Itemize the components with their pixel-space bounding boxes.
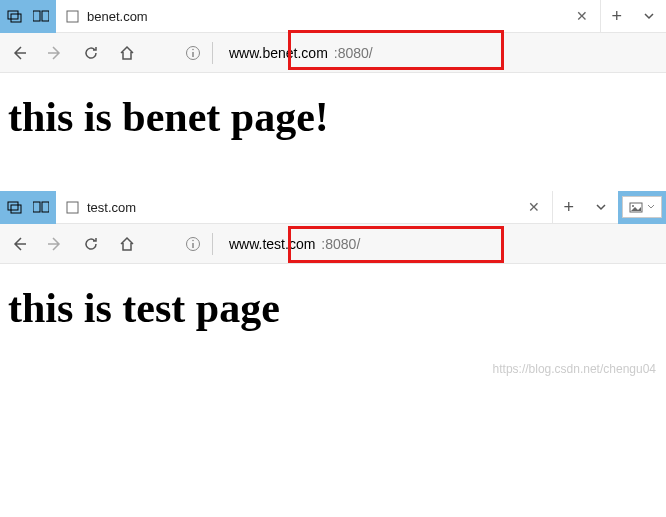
page-heading: this is test page <box>8 284 658 332</box>
navbar: www.benet.com:8080/ <box>0 33 666 73</box>
new-tab-button[interactable]: + <box>600 0 632 33</box>
home-button[interactable] <box>116 42 138 64</box>
tab-menu-button[interactable] <box>632 0 666 33</box>
browser-tab[interactable]: benet.com <box>56 0 158 33</box>
address-bar-container: www.test.com:8080/ <box>152 229 658 259</box>
url-port: :8080/ <box>321 236 360 252</box>
page-content: this is benet page! <box>0 73 666 181</box>
svg-point-17 <box>192 239 194 241</box>
tab-close-button[interactable]: ✕ <box>516 199 552 215</box>
svg-rect-8 <box>8 202 18 210</box>
svg-rect-3 <box>42 11 49 21</box>
back-button[interactable] <box>8 233 30 255</box>
tab-strip: ✕ <box>146 199 552 215</box>
address-bar[interactable]: www.test.com:8080/ <box>221 229 368 259</box>
page-icon <box>66 201 79 214</box>
svg-rect-4 <box>67 11 78 22</box>
forward-button[interactable] <box>44 233 66 255</box>
titlebar: benet.com ✕ + <box>0 0 666 33</box>
svg-rect-0 <box>8 11 18 19</box>
watermark: https://blog.csdn.net/chengu04 <box>493 362 656 376</box>
titlebar-left <box>0 191 56 224</box>
url-host: www.test.com <box>229 236 315 252</box>
page-content: this is test page <box>0 264 666 372</box>
tab-title: test.com <box>87 200 136 215</box>
refresh-button[interactable] <box>80 42 102 64</box>
svg-rect-2 <box>33 11 40 21</box>
web-note-button[interactable] <box>622 196 662 218</box>
set-aside-tabs-icon[interactable] <box>6 198 24 216</box>
divider <box>212 42 213 64</box>
forward-button[interactable] <box>44 42 66 64</box>
navbar: www.test.com:8080/ <box>0 224 666 264</box>
site-info-icon[interactable] <box>182 233 204 255</box>
browser-window-2: test.com ✕ + <box>0 191 666 372</box>
address-bar[interactable]: www.benet.com:8080/ <box>221 38 381 68</box>
address-bar-container: www.benet.com:8080/ <box>152 38 658 68</box>
refresh-button[interactable] <box>80 233 102 255</box>
svg-rect-10 <box>33 202 40 212</box>
svg-rect-9 <box>11 205 21 213</box>
browser-tab[interactable]: test.com <box>56 191 146 224</box>
titlebar-right <box>618 191 666 224</box>
tabs-aside-icon[interactable] <box>32 7 50 25</box>
tab-close-button[interactable]: ✕ <box>564 8 600 24</box>
page-icon <box>66 10 79 23</box>
divider <box>212 233 213 255</box>
svg-point-14 <box>632 205 634 207</box>
site-info-icon[interactable] <box>182 42 204 64</box>
browser-window-1: benet.com ✕ + www.benet.com:8080/ <box>0 0 666 181</box>
page-heading: this is benet page! <box>8 93 658 141</box>
new-tab-button[interactable]: + <box>552 191 584 224</box>
tabs-aside-icon[interactable] <box>32 198 50 216</box>
tab-title: benet.com <box>87 9 148 24</box>
url-host: www.benet.com <box>229 45 328 61</box>
svg-rect-12 <box>67 202 78 213</box>
titlebar: test.com ✕ + <box>0 191 666 224</box>
tab-strip: ✕ <box>158 8 601 24</box>
svg-point-7 <box>192 48 194 50</box>
url-port: :8080/ <box>334 45 373 61</box>
tab-menu-button[interactable] <box>584 191 618 224</box>
titlebar-left <box>0 0 56 33</box>
back-button[interactable] <box>8 42 30 64</box>
set-aside-tabs-icon[interactable] <box>6 7 24 25</box>
home-button[interactable] <box>116 233 138 255</box>
svg-rect-11 <box>42 202 49 212</box>
svg-rect-1 <box>11 14 21 22</box>
